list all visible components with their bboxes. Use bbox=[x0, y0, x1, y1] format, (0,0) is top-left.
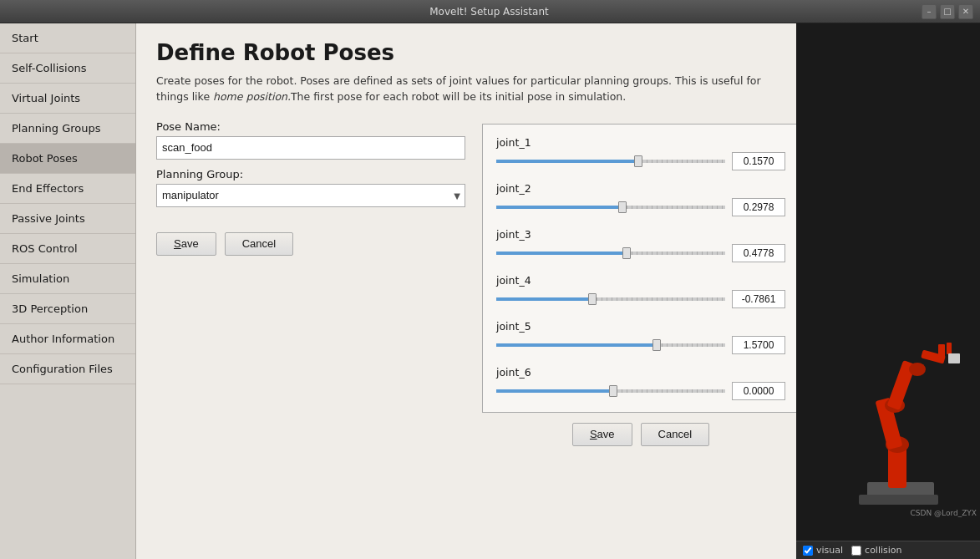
joints-container: joint_1 bbox=[482, 124, 796, 413]
left-column: Pose Name: Planning Group: manipulator ▼ bbox=[156, 120, 465, 256]
robot-arm-svg bbox=[821, 282, 972, 516]
sidebar-item-3d-perception[interactable]: 3D Perception bbox=[0, 294, 135, 324]
window-title: MoveIt! Setup Assistant bbox=[57, 6, 922, 18]
joint-2-value[interactable] bbox=[732, 198, 785, 216]
joint-5-fill bbox=[496, 343, 657, 347]
sidebar-item-planning-groups[interactable]: Planning Groups bbox=[0, 114, 135, 144]
joint-3-thumb[interactable] bbox=[622, 247, 631, 259]
sidebar-item-virtual-joints[interactable]: Virtual Joints bbox=[0, 84, 135, 114]
maximize-button[interactable]: □ bbox=[940, 4, 955, 19]
main-content: Define Robot Poses Create poses for the … bbox=[136, 23, 796, 559]
sidebar-item-configuration-files[interactable]: Configuration Files bbox=[0, 354, 135, 384]
joint-4-track bbox=[496, 297, 725, 301]
visual-checkbox-label[interactable]: visual bbox=[803, 545, 843, 556]
content-columns: Pose Name: Planning Group: manipulator ▼ bbox=[156, 120, 776, 543]
joint-5-thumb[interactable] bbox=[652, 339, 661, 351]
joint-3-slider-container[interactable] bbox=[496, 245, 725, 262]
joint-1-track bbox=[496, 160, 725, 163]
joint-5-track bbox=[496, 343, 725, 347]
robot-gripper-a bbox=[938, 344, 945, 358]
robot-gripper-b bbox=[947, 343, 952, 354]
collision-checkbox-label[interactable]: collision bbox=[851, 545, 901, 556]
planning-group-label: Planning Group: bbox=[156, 168, 465, 180]
joint-2-track bbox=[496, 206, 725, 209]
pose-name-input[interactable] bbox=[156, 136, 465, 160]
joint-4-value[interactable] bbox=[732, 290, 785, 308]
cancel-button-2[interactable]: Cancel bbox=[641, 423, 709, 446]
collision-label: collision bbox=[865, 545, 901, 556]
title-bar: MoveIt! Setup Assistant – □ ✕ bbox=[0, 0, 980, 23]
joint-5-slider-container[interactable] bbox=[496, 337, 725, 353]
joint-4-slider-container[interactable] bbox=[496, 291, 725, 307]
joint-6-thumb[interactable] bbox=[609, 385, 617, 397]
robot-base-bottom bbox=[859, 495, 938, 505]
joint-4-fill bbox=[496, 297, 592, 301]
joints-panel: joint_1 bbox=[482, 120, 796, 446]
sidebar: Start Self-Collisions Virtual Joints Pla… bbox=[0, 23, 136, 559]
3d-view-footer: visual collision bbox=[796, 541, 980, 559]
page-description: Create poses for the robot. Poses are de… bbox=[156, 74, 774, 105]
joint-5-label: joint_5 bbox=[496, 320, 785, 333]
planning-group-select-wrapper: manipulator ▼ bbox=[156, 184, 465, 207]
joint-1-value[interactable] bbox=[732, 152, 785, 170]
sidebar-item-self-collisions[interactable]: Self-Collisions bbox=[0, 53, 135, 84]
joint-6-fill bbox=[496, 389, 613, 393]
joint-row-2: joint_2 bbox=[496, 182, 785, 216]
pose-name-row: Pose Name: bbox=[156, 120, 465, 160]
sidebar-item-ros-control[interactable]: ROS Control bbox=[0, 234, 135, 264]
planning-group-select[interactable]: manipulator bbox=[156, 184, 465, 207]
cancel-button[interactable]: Cancel bbox=[225, 232, 293, 256]
joint-6-label: joint_6 bbox=[496, 366, 785, 379]
joint-5-slider-row bbox=[496, 336, 785, 354]
joint-2-slider-row bbox=[496, 198, 785, 216]
collision-checkbox[interactable] bbox=[851, 546, 861, 556]
joint-3-fill bbox=[496, 252, 627, 255]
joint-2-thumb[interactable] bbox=[618, 201, 627, 213]
visual-checkbox[interactable] bbox=[803, 546, 813, 556]
joint-1-slider-row bbox=[496, 152, 785, 170]
joint-row-6: joint_6 bbox=[496, 366, 785, 400]
3d-canvas: CSDN @Lord_ZYX bbox=[796, 23, 980, 541]
joint-6-track bbox=[496, 389, 725, 393]
save-button-2[interactable]: Save bbox=[572, 423, 632, 446]
app-body: Start Self-Collisions Virtual Joints Pla… bbox=[0, 23, 980, 559]
sidebar-item-start[interactable]: Start bbox=[0, 23, 135, 53]
window-controls[interactable]: – □ ✕ bbox=[922, 4, 973, 19]
sidebar-item-passive-joints[interactable]: Passive Joints bbox=[0, 204, 135, 234]
visual-label: visual bbox=[816, 545, 843, 556]
joint-1-slider-container[interactable] bbox=[496, 153, 725, 170]
joints-button-row: Save Cancel bbox=[482, 423, 796, 446]
minimize-button[interactable]: – bbox=[922, 4, 937, 19]
joint-row-5: joint_5 bbox=[496, 320, 785, 354]
joint-4-label: joint_4 bbox=[496, 274, 785, 287]
joint-6-value[interactable] bbox=[732, 382, 785, 400]
joint-6-slider-container[interactable] bbox=[496, 383, 725, 399]
sidebar-item-end-effectors[interactable]: End Effectors bbox=[0, 174, 135, 204]
joint-6-slider-row bbox=[496, 382, 785, 400]
joint-row-3: joint_3 bbox=[496, 228, 785, 262]
joint-row-1: joint_1 bbox=[496, 136, 785, 170]
pose-name-label: Pose Name: bbox=[156, 120, 465, 133]
watermark: CSDN @Lord_ZYX bbox=[911, 509, 977, 517]
sidebar-item-author-information[interactable]: Author Information bbox=[0, 324, 135, 354]
sidebar-item-simulation[interactable]: Simulation bbox=[0, 264, 135, 294]
joint-1-thumb[interactable] bbox=[634, 155, 642, 167]
joint-2-label: joint_2 bbox=[496, 182, 785, 195]
joint-4-thumb[interactable] bbox=[588, 293, 597, 305]
joint-5-value[interactable] bbox=[732, 336, 785, 354]
joint-1-fill bbox=[496, 160, 638, 163]
joint-3-value[interactable] bbox=[732, 244, 785, 262]
close-button[interactable]: ✕ bbox=[958, 4, 973, 19]
joint-3-label: joint_3 bbox=[496, 228, 785, 241]
button-row: Save Cancel bbox=[156, 216, 465, 256]
save-button[interactable]: Save bbox=[156, 232, 216, 256]
joint-1-label: joint_1 bbox=[496, 136, 785, 149]
page-title: Define Robot Poses bbox=[156, 40, 776, 65]
3d-view-panel: CSDN @Lord_ZYX visual collision bbox=[796, 23, 980, 559]
sidebar-item-robot-poses[interactable]: Robot Poses bbox=[0, 144, 135, 174]
planning-group-row: Planning Group: manipulator ▼ bbox=[156, 168, 465, 207]
joint-row-4: joint_4 bbox=[496, 274, 785, 308]
joint-2-slider-container[interactable] bbox=[496, 199, 725, 216]
joint-2-fill bbox=[496, 206, 622, 209]
joint-4-slider-row bbox=[496, 290, 785, 308]
